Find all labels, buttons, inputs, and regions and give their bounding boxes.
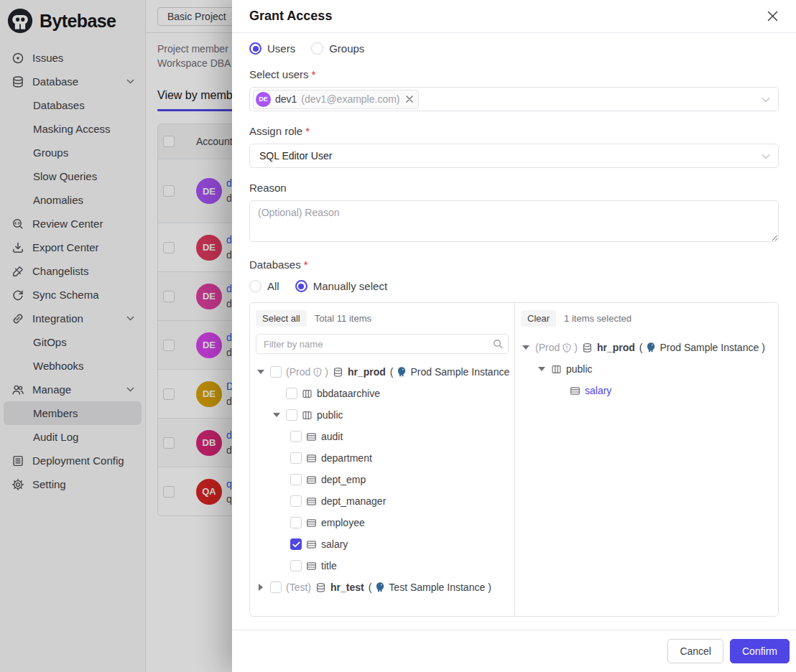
modal-title: Grant Access [249, 9, 332, 24]
selector-source-panel: Select all Total 11 items (Prod [250, 303, 515, 616]
select-all-button[interactable]: Select all [256, 310, 307, 327]
shield-icon [562, 342, 572, 353]
shield-icon [313, 367, 323, 378]
filter-by-name-input[interactable] [256, 334, 509, 354]
radio-groups[interactable]: Groups [311, 42, 364, 55]
selector-selected-panel: Clear 1 items selected (Prod ) [515, 303, 778, 616]
postgresql-icon [645, 342, 657, 353]
table-icon [306, 561, 317, 571]
radio-manually-select[interactable]: Manually select [295, 280, 387, 292]
table-icon [306, 518, 317, 528]
close-icon[interactable] [767, 10, 779, 22]
selected-node-schema[interactable]: public [521, 358, 772, 380]
postgresql-icon [374, 582, 386, 593]
node-checkbox[interactable] [286, 409, 297, 421]
node-checkbox[interactable] [290, 495, 302, 507]
radio-users-control[interactable] [249, 42, 262, 55]
selected-node-database[interactable]: (Prod ) hr_prod ( Prod Sample Instance) [521, 337, 772, 358]
tree-node-table[interactable]: audit [256, 426, 509, 447]
databases-scope-radios: All Manually select [249, 280, 779, 292]
database-icon [333, 367, 343, 378]
tree-node-schema[interactable]: bbdataarchive [256, 383, 509, 404]
tree-node-database[interactable]: (Test) hr_test ( Test Sample Instance) [256, 577, 509, 598]
assign-role-label: Assign role* [249, 125, 779, 137]
table-icon [306, 496, 317, 507]
assign-role-value: SQL Editor User [253, 150, 332, 162]
node-checkbox[interactable] [290, 560, 302, 571]
tree-node-table[interactable]: title [256, 555, 509, 577]
node-checkbox[interactable] [270, 366, 282, 378]
radio-all-control[interactable] [249, 280, 262, 292]
tree-node-table-salary[interactable]: salary [256, 533, 509, 555]
tree-node-table[interactable]: dept_manager [256, 490, 509, 512]
table-icon [306, 539, 317, 550]
select-users-field[interactable]: DE dev1 (dev1@example.com) [249, 87, 779, 111]
selected-panel-header: Clear 1 items selected [521, 310, 772, 327]
source-panel-header: Select all Total 11 items [256, 310, 509, 327]
tree-node-table[interactable]: employee [256, 512, 509, 533]
database-transfer-selector: Select all Total 11 items (Prod [249, 302, 779, 617]
filter-field [256, 334, 509, 354]
schema-icon [302, 388, 313, 399]
grant-access-modal: Grant Access Users Groups Select users* [232, 0, 796, 672]
modal-footer: Cancel Confirm [232, 630, 796, 672]
assign-role-select[interactable]: SQL Editor User [249, 144, 779, 168]
chevron-down-icon [762, 97, 770, 103]
selected-tree: (Prod ) hr_prod ( Prod Sample Instance) [521, 337, 772, 401]
selected-node-table-salary[interactable]: salary [521, 380, 772, 401]
caret-right-icon[interactable] [256, 584, 266, 591]
principal-type-radios: Users Groups [249, 42, 779, 55]
avatar: DE [256, 92, 271, 107]
caret-down-icon[interactable] [272, 413, 282, 417]
modal-body: Users Groups Select users* DE dev1 (dev1… [232, 33, 796, 630]
required-mark: * [304, 258, 308, 271]
cancel-button[interactable]: Cancel [667, 639, 723, 663]
schema-icon [551, 364, 562, 375]
screen: Bytebase Issues Database Databases Maski… [0, 0, 796, 672]
radio-all-databases[interactable]: All [249, 280, 279, 292]
required-mark: * [305, 125, 310, 137]
node-checkbox[interactable] [290, 474, 302, 485]
database-icon [315, 582, 326, 593]
selected-user-tag: DE dev1 (dev1@example.com) [253, 90, 419, 109]
clear-button[interactable]: Clear [521, 310, 556, 327]
node-checkbox[interactable] [270, 582, 282, 593]
radio-manual-control[interactable] [295, 280, 307, 292]
reason-textarea[interactable] [249, 200, 779, 242]
tree-node-table[interactable]: dept_emp [256, 469, 509, 490]
node-checkbox[interactable] [290, 452, 302, 464]
reason-label: Reason [249, 182, 779, 194]
total-items-count: Total 11 items [315, 313, 371, 324]
database-icon [582, 342, 593, 353]
caret-down-icon[interactable] [256, 370, 266, 374]
node-checkbox-checked[interactable] [290, 538, 302, 550]
table-icon [570, 386, 580, 396]
caret-down-icon[interactable] [521, 345, 531, 350]
node-checkbox[interactable] [290, 431, 302, 442]
caret-down-icon[interactable] [537, 367, 547, 371]
radio-users[interactable]: Users [249, 42, 295, 55]
confirm-button[interactable]: Confirm [730, 639, 790, 663]
tree-node-database[interactable]: (Prod ) hr_prod ( Prod Sample Instance [256, 361, 509, 383]
remove-user-icon[interactable] [406, 95, 413, 103]
table-icon [306, 453, 317, 464]
table-icon [306, 431, 317, 442]
search-icon [493, 339, 503, 349]
table-icon [306, 475, 317, 485]
postgresql-icon [396, 366, 407, 378]
database-tree: (Prod ) hr_prod ( Prod Sample Instance [256, 361, 509, 598]
schema-icon [302, 410, 313, 421]
node-checkbox[interactable] [286, 388, 297, 399]
select-users-label: Select users* [249, 68, 779, 80]
chevron-down-icon [762, 154, 770, 159]
radio-groups-control[interactable] [311, 42, 323, 55]
tree-node-schema[interactable]: public [256, 404, 509, 426]
selected-items-count: 1 items selected [564, 313, 631, 324]
node-checkbox[interactable] [290, 517, 302, 528]
databases-label: Databases* [249, 258, 779, 271]
modal-header: Grant Access [232, 0, 796, 33]
tree-node-table[interactable]: department [256, 447, 509, 469]
required-mark: * [312, 68, 316, 80]
